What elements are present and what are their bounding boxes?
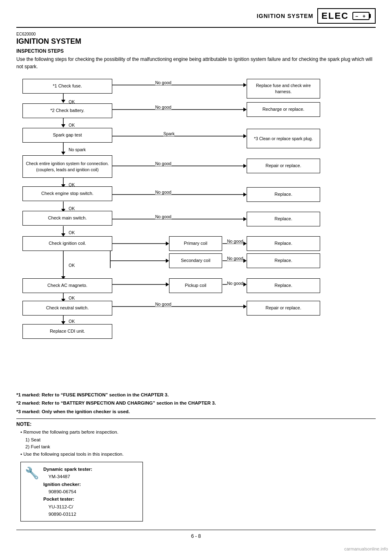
box-check-ignition-coil: Check ignition coil. bbox=[22, 236, 112, 251]
box-clean-spark: *3 Clean or replace spark plug. bbox=[247, 129, 320, 148]
no-good-label-5: No good bbox=[155, 190, 172, 195]
note-sub-1: 1) Seat bbox=[25, 436, 376, 443]
inspection-desc: Use the following steps for checking the… bbox=[16, 56, 376, 70]
note-block: NOTE: • Remove the following parts befor… bbox=[16, 418, 376, 458]
tool-text: Dynamic spark tester: YM-34487 Ignition … bbox=[43, 465, 92, 518]
svg-marker-33 bbox=[166, 259, 169, 263]
svg-marker-7 bbox=[243, 83, 247, 87]
box-check-ignition-system: Check entire ignition system for connect… bbox=[22, 155, 112, 178]
box-check-neutral-switch: Check neutral switch. bbox=[22, 301, 112, 316]
box-replace-primary: Replace. bbox=[247, 236, 320, 251]
box-repair-neutral: Repair or replace. bbox=[247, 301, 320, 316]
svg-marker-9 bbox=[61, 124, 65, 128]
elec-badge: ELEC − + bbox=[317, 8, 376, 24]
note-bullet-1: • Remove the following parts before insp… bbox=[20, 429, 376, 436]
no-good-label-primary: No good bbox=[227, 239, 243, 244]
no-good-label-2: No good bbox=[155, 105, 172, 110]
svg-text:+: + bbox=[363, 13, 366, 19]
tool-box: 🔧 Dynamic spark tester: YM-34487 Ignitio… bbox=[20, 462, 143, 522]
no-good-label-pickup: No good bbox=[227, 281, 243, 286]
note-2: *2 marked: Refer to “BATTERY INSPECTION … bbox=[16, 400, 376, 407]
no-good-label-6: No good bbox=[155, 214, 172, 219]
ok-label-7: OK bbox=[69, 263, 75, 268]
ok-label-5: OK bbox=[69, 206, 75, 211]
no-good-label-1: No good bbox=[155, 80, 172, 85]
box-replace-fuse: Replace fuse and check wire harness. bbox=[247, 79, 320, 98]
svg-rect-1 bbox=[369, 14, 371, 18]
battery-icon: − + bbox=[352, 11, 372, 21]
svg-marker-15 bbox=[243, 134, 247, 138]
box-replace-pickup: Replace. bbox=[247, 278, 320, 293]
inspection-heading: INSPECTION STEPS bbox=[16, 48, 376, 54]
page: IGNITION SYSTEM ELEC − + EC620000 IGNITI… bbox=[0, 0, 392, 555]
box-check-ac-magneto: Check AC magneto. bbox=[22, 278, 112, 293]
box-check-engine-stop: Check engine stop switch. bbox=[22, 186, 112, 201]
no-good-label-neutral: No good bbox=[155, 302, 172, 307]
svg-marker-11 bbox=[243, 107, 247, 112]
page-header: IGNITION SYSTEM ELEC − + bbox=[16, 8, 376, 28]
svg-marker-40 bbox=[166, 282, 169, 286]
ok-label-6: OK bbox=[69, 230, 75, 235]
watermark: carmanualsonline.info bbox=[344, 546, 388, 551]
box-secondary-coil: Secondary coil bbox=[169, 253, 222, 268]
svg-marker-5 bbox=[61, 100, 65, 103]
tool-icon: 🔧 bbox=[25, 466, 39, 480]
box-replace-engine-stop: Replace. bbox=[247, 187, 320, 202]
box-replace-main-switch: Replace. bbox=[247, 212, 320, 226]
note-3: *3 marked: Only when the ignition checke… bbox=[16, 408, 376, 415]
no-good-label-4: No good bbox=[155, 161, 172, 166]
note-sub-2: 2) Fuel tank bbox=[25, 443, 376, 450]
svg-marker-46 bbox=[243, 304, 247, 309]
box-primary-coil: Primary coil bbox=[169, 236, 222, 251]
flowchart: *1 Check fuse. OK *2 Check battery. OK S… bbox=[16, 77, 376, 387]
ok-label-12: OK bbox=[69, 319, 75, 324]
box-check-battery: *2 Check battery. bbox=[22, 103, 112, 118]
box-check-main-switch: Check main switch. bbox=[22, 211, 112, 226]
box-pickup-coil: Pickup coil bbox=[169, 278, 222, 293]
svg-marker-42 bbox=[243, 282, 247, 286]
page-number: 6 - 8 bbox=[16, 530, 376, 539]
svg-marker-13 bbox=[61, 152, 65, 155]
no-good-label-secondary: No good bbox=[227, 256, 243, 261]
no-spark-label: No spark bbox=[69, 147, 86, 152]
doc-code: EC620000 bbox=[16, 32, 376, 36]
svg-marker-19 bbox=[243, 164, 247, 168]
box-replace-cdi: Replace CDI unit. bbox=[22, 324, 112, 339]
page-section-title: IGNITION SYSTEM bbox=[16, 37, 376, 46]
box-spark-gap: Spark gap test bbox=[22, 128, 112, 143]
ok-label-10: OK bbox=[69, 295, 75, 300]
header-title: IGNITION SYSTEM bbox=[257, 13, 314, 19]
note-1: *1 marked: Refer to “FUSE INSPECTION” se… bbox=[16, 392, 376, 398]
box-replace-secondary: Replace. bbox=[247, 253, 320, 268]
note-title: NOTE: bbox=[16, 421, 376, 427]
svg-marker-27 bbox=[243, 217, 247, 221]
svg-marker-31 bbox=[243, 242, 247, 246]
svg-marker-23 bbox=[243, 192, 247, 197]
svg-marker-35 bbox=[243, 259, 247, 263]
svg-text:−: − bbox=[355, 13, 359, 19]
ok-label-2: OK bbox=[69, 123, 75, 128]
box-recharge: Recharge or replace. bbox=[247, 102, 320, 117]
notes-section: *1 marked: Refer to “FUSE INSPECTION” se… bbox=[16, 392, 376, 521]
elec-label: ELEC bbox=[321, 11, 349, 21]
box-check-fuse: *1 Check fuse. bbox=[22, 79, 112, 94]
note-bullet-2: • Use the following special tools in thi… bbox=[20, 451, 376, 458]
spark-label: Spark bbox=[163, 131, 174, 136]
svg-marker-29 bbox=[166, 242, 169, 246]
box-repair-ignition: Repair or replace. bbox=[247, 159, 320, 173]
